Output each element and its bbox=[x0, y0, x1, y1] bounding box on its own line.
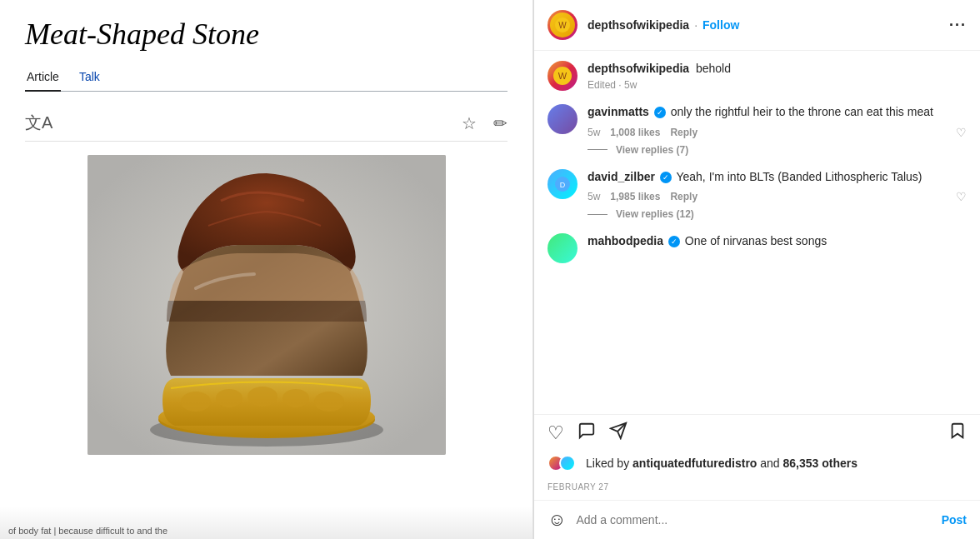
svg-point-7 bbox=[282, 389, 309, 407]
comment-3-username[interactable]: mahbodpedia bbox=[588, 234, 663, 247]
comment-2-view-replies[interactable]: View replies (12) bbox=[588, 208, 967, 220]
verified-badge-2: ✓ bbox=[660, 172, 672, 183]
comment-3-text: mahbodpedia ✓ One of nirvanas best songs bbox=[588, 234, 827, 247]
svg-point-6 bbox=[248, 387, 278, 407]
wikipedia-panel: Meat-Shaped Stone Article Talk 文A ☆ ✏ bbox=[0, 0, 533, 539]
replies-line-1 bbox=[588, 149, 608, 150]
header-info: depthsofwikipedia · Follow bbox=[588, 18, 949, 32]
comment-3-body: One of nirvanas best songs bbox=[685, 234, 827, 247]
comment-1-meta: 5w 1,008 likes Reply ♡ bbox=[588, 126, 967, 139]
likes-prefix: Liked by bbox=[586, 457, 629, 470]
caption-edited: Edited · 5w bbox=[588, 79, 967, 91]
avatar-inner: W bbox=[550, 12, 575, 37]
comment-1-reply[interactable]: Reply bbox=[670, 127, 698, 138]
comment-input[interactable] bbox=[576, 513, 931, 527]
comment-1-view-replies[interactable]: View replies (7) bbox=[588, 144, 967, 156]
wiki-tabs: Article Talk bbox=[25, 65, 508, 92]
bottom-text: of body fat | because difficult to and t… bbox=[8, 526, 168, 536]
share-icon[interactable] bbox=[609, 422, 628, 445]
comment-icon[interactable] bbox=[578, 422, 596, 445]
toolbar-right: ☆ ✏ bbox=[462, 113, 508, 133]
bottom-strip: of body fat | because difficult to and t… bbox=[0, 506, 532, 539]
comment-2: D david_zilber ✓ Yeah, I'm into BLTs (Ba… bbox=[548, 169, 967, 221]
edit-icon[interactable]: ✏ bbox=[493, 113, 508, 133]
comment-1-text: gavinmatts ✓ only the rightful heir to t… bbox=[588, 105, 933, 118]
meat-stone-image bbox=[88, 155, 446, 455]
comment-2-time: 5w bbox=[588, 191, 600, 202]
more-button[interactable]: ··· bbox=[949, 17, 967, 34]
likes-row: Liked by antiquatedfuturedistro and 86,3… bbox=[534, 452, 980, 475]
likes-avatars bbox=[548, 455, 576, 472]
comment-2-meta: 5w 1,985 likes Reply ♡ bbox=[588, 190, 967, 203]
comment-2-body: Yeah, I'm into BLTs (Banded Lithospheric… bbox=[676, 170, 922, 183]
star-icon[interactable]: ☆ bbox=[462, 113, 477, 133]
comment-1-replies-text: View replies (7) bbox=[616, 144, 688, 156]
bookmark-icon[interactable] bbox=[948, 422, 967, 445]
caption-body: behold bbox=[696, 62, 731, 75]
comment-2-heart[interactable]: ♡ bbox=[956, 190, 967, 203]
post-date: FEBRUARY 27 bbox=[548, 482, 609, 492]
comment-3-avatar bbox=[548, 233, 578, 263]
comment-2-reply[interactable]: Reply bbox=[670, 191, 698, 202]
caption-content: depthsofwikipedia behold Edited · 5w bbox=[588, 61, 967, 91]
likes-text: Liked by antiquatedfuturedistro and 86,3… bbox=[586, 457, 858, 470]
main-caption: W depthsofwikipedia behold Edited · 5w bbox=[548, 61, 967, 91]
svg-text:W: W bbox=[558, 71, 568, 81]
comment-1-likes: 1,008 likes bbox=[610, 127, 660, 138]
svg-point-5 bbox=[216, 389, 242, 407]
comment-1-content: gavinmatts ✓ only the rightful heir to t… bbox=[588, 104, 967, 156]
comment-1-time: 5w bbox=[588, 127, 600, 138]
svg-text:W: W bbox=[558, 21, 567, 30]
likes-avatar-2 bbox=[559, 455, 576, 472]
ig-header: W depthsofwikipedia · Follow ··· bbox=[534, 0, 980, 51]
comment-1: gavinmatts ✓ only the rightful heir to t… bbox=[548, 104, 967, 156]
verified-badge-3: ✓ bbox=[668, 236, 680, 247]
instagram-panel: W depthsofwikipedia · Follow ··· W bbox=[533, 0, 980, 539]
toolbar-left: 文A bbox=[25, 112, 52, 134]
image-container bbox=[25, 155, 508, 455]
svg-text:D: D bbox=[560, 181, 566, 189]
verified-badge-1: ✓ bbox=[654, 107, 666, 118]
follow-button[interactable]: Follow bbox=[702, 18, 739, 32]
caption-text: depthsofwikipedia behold bbox=[588, 62, 731, 75]
tab-article[interactable]: Article bbox=[25, 65, 61, 92]
svg-point-8 bbox=[314, 392, 344, 412]
comment-1-heart[interactable]: ♡ bbox=[956, 126, 967, 139]
emoji-icon[interactable]: ☺ bbox=[548, 509, 566, 531]
header-dot: · bbox=[694, 18, 698, 32]
post-button[interactable]: Post bbox=[942, 513, 967, 527]
comment-1-username[interactable]: gavinmatts bbox=[588, 105, 649, 118]
add-comment-bar: ☺ Post bbox=[534, 500, 980, 539]
comment-1-avatar bbox=[548, 104, 578, 134]
svg-point-4 bbox=[181, 392, 211, 412]
comment-2-username[interactable]: david_zilber bbox=[588, 170, 655, 183]
caption-avatar: W bbox=[548, 61, 578, 91]
translate-icon[interactable]: 文A bbox=[25, 112, 52, 134]
likes-count: 86,353 others bbox=[783, 457, 858, 470]
wiki-toolbar: 文A ☆ ✏ bbox=[25, 105, 508, 142]
like-icon[interactable]: ♡ bbox=[548, 422, 564, 444]
comment-2-content: david_zilber ✓ Yeah, I'm into BLTs (Band… bbox=[588, 169, 967, 221]
caption-username[interactable]: depthsofwikipedia bbox=[588, 62, 689, 75]
header-username[interactable]: depthsofwikipedia bbox=[588, 18, 689, 32]
action-bar: ♡ bbox=[534, 414, 980, 452]
replies-line-2 bbox=[588, 214, 608, 215]
comment-2-likes: 1,985 likes bbox=[610, 191, 660, 202]
header-avatar: W bbox=[548, 10, 578, 40]
date-row: FEBRUARY 27 bbox=[534, 475, 980, 500]
comment-3: mahbodpedia ✓ One of nirvanas best songs bbox=[548, 233, 967, 263]
tab-talk[interactable]: Talk bbox=[78, 65, 102, 91]
comment-1-body: only the rightful heir to the throne can… bbox=[671, 105, 933, 118]
comment-2-text: david_zilber ✓ Yeah, I'm into BLTs (Band… bbox=[588, 170, 922, 183]
comment-2-avatar: D bbox=[548, 169, 578, 199]
likes-user[interactable]: antiquatedfuturedistro bbox=[632, 457, 757, 470]
comments-area[interactable]: W depthsofwikipedia behold Edited · 5w g… bbox=[534, 51, 980, 414]
comment-3-content: mahbodpedia ✓ One of nirvanas best songs bbox=[588, 233, 967, 263]
page-title: Meat-Shaped Stone bbox=[25, 17, 508, 52]
likes-suffix: and bbox=[760, 457, 779, 470]
comment-2-replies-text: View replies (12) bbox=[616, 208, 694, 220]
